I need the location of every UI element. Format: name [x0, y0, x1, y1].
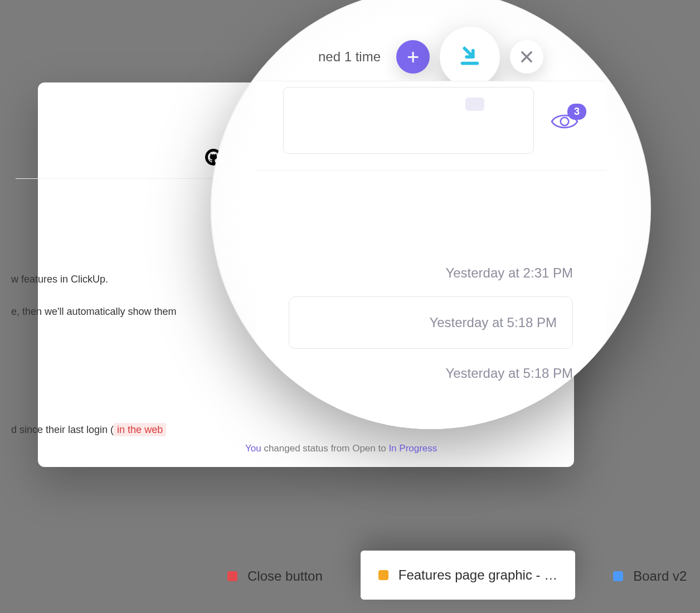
description-line: w features in ClickUp. [11, 272, 108, 287]
zoom-lens: ned 1 time + [211, 0, 651, 429]
text: changed status from [261, 443, 352, 454]
comment-card [283, 87, 534, 154]
timestamp: Yesterday at 5:18 PM [289, 366, 573, 381]
close-icon [519, 49, 534, 65]
activity-entry[interactable]: Yesterday at 5:18 PM [289, 296, 573, 349]
task-toolbar: ned 1 time + [211, 27, 651, 87]
text: to [376, 443, 389, 454]
actor-you: You [245, 443, 261, 454]
status-change-line: You changed status from Open to In Progr… [245, 443, 437, 454]
minimize-to-tray-button[interactable] [440, 27, 500, 87]
svg-point-1 [561, 118, 569, 126]
watchers-button[interactable]: 3 [551, 110, 579, 135]
reaction-icon[interactable] [465, 98, 484, 111]
divider [16, 178, 239, 179]
status-square-icon [378, 570, 388, 580]
tray-label: Features page graphic - … [398, 567, 557, 583]
tray-task-close-button[interactable]: Close button [212, 556, 338, 596]
timestamp: Yesterday at 2:31 PM [289, 265, 573, 281]
timestamp: Yesterday at 5:18 PM [429, 315, 557, 330]
status-square-icon [613, 571, 623, 581]
watchers-count-badge: 3 [567, 104, 586, 120]
description-line: d since their last login (in the web [11, 422, 166, 437]
minimize-to-tray-icon [457, 44, 483, 70]
description-line: e, then we'll automatically show them [11, 304, 177, 319]
plus-icon: + [407, 46, 419, 67]
activity-timeline: Yesterday at 2:31 PM Yesterday at 5:18 P… [289, 265, 573, 397]
status-square-icon [227, 571, 237, 581]
add-button[interactable]: + [396, 40, 430, 74]
web-link[interactable]: in the web [114, 423, 166, 436]
status-to: In Progress [388, 443, 437, 454]
status-from: Open [352, 443, 376, 454]
tray-task-features-graphic[interactable]: Features page graphic - … [361, 551, 575, 600]
tray-label: Close button [247, 568, 323, 584]
text: d since their last login ( [11, 424, 114, 435]
mentioned-text: ned 1 time [318, 49, 381, 65]
close-button[interactable] [510, 40, 543, 74]
tray-task-board-v2[interactable]: Board v2 [597, 556, 700, 596]
task-tray: Close button Features page graphic - … B… [212, 551, 700, 596]
task-activity-panel: 3 Yesterday at 2:31 PM Yesterday at 5:18… [255, 81, 606, 429]
tray-label: Board v2 [633, 568, 687, 584]
